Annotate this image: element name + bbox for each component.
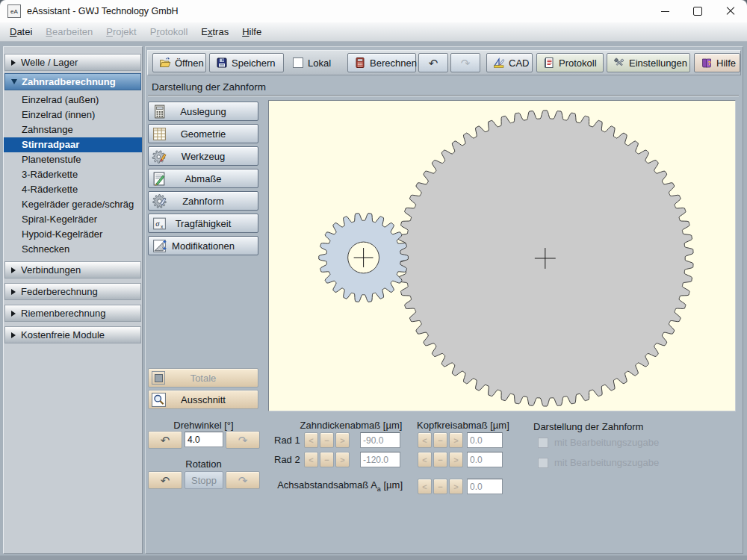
- floppy-disk-icon: [216, 57, 228, 69]
- bearbeitungszugabe1-label: mit Bearbeitungszugabe: [554, 437, 659, 448]
- tragfaehigkeit-button[interactable]: σx Tragfähigkeit: [148, 214, 258, 233]
- rad2-stepper: < − >: [304, 452, 350, 467]
- settings-button[interactable]: Einstellungen: [607, 53, 690, 72]
- minimize-button[interactable]: [648, 0, 681, 22]
- increase-button: >: [449, 432, 463, 448]
- drehwinkel-label: Drehwinkel [°]: [148, 420, 259, 431]
- increase-button: >: [449, 479, 463, 494]
- help-book-icon: ?: [701, 57, 713, 69]
- local-checkbox-group: Lokal: [293, 57, 338, 69]
- maximize-button[interactable]: [681, 0, 714, 22]
- ausschnitt-button[interactable]: Ausschnitt: [148, 390, 258, 409]
- zero-button: −: [320, 432, 334, 448]
- open-button[interactable]: Öffnen: [152, 53, 206, 72]
- modifikationen-button[interactable]: Modifikationen: [148, 236, 258, 255]
- decrease-button: <: [418, 479, 432, 494]
- save-button[interactable]: Speichern: [209, 53, 284, 72]
- increase-button: >: [335, 432, 350, 448]
- local-checkbox[interactable]: [293, 57, 303, 68]
- rotation-ccw-button[interactable]: ↶: [148, 471, 182, 489]
- menu-protokoll: Protokoll: [143, 24, 195, 40]
- abmasse-button-label: Abmaße: [149, 169, 258, 187]
- sidebar-item-hypoid-kegelraeder[interactable]: Hypoid-Kegelräder: [4, 227, 142, 242]
- cad-ruler-pen-icon: [493, 57, 505, 69]
- window-controls: [648, 0, 747, 22]
- main-panel: Öffnen Speichern Lokal Berechn: [145, 46, 743, 554]
- redo-icon: ↷: [461, 57, 471, 69]
- stop-button-label: Stopp: [191, 475, 217, 486]
- cad-button[interactable]: CAD: [486, 53, 533, 72]
- kopfkreis-header: Kopfkreisabmaß [µm]: [417, 420, 509, 431]
- decrease-button: <: [418, 452, 432, 467]
- section-label: Federberechnung: [21, 286, 98, 297]
- increase-button: >: [449, 452, 463, 467]
- redo-button: ↷: [450, 53, 480, 72]
- drehwinkel-input[interactable]: [185, 432, 223, 447]
- sidebar-section-riemenberechnung[interactable]: Riemenberechnung: [4, 305, 141, 322]
- sidebar-item-schnecken[interactable]: Schnecken: [4, 242, 142, 257]
- auslegung-button[interactable]: Auslegung: [148, 102, 258, 121]
- rad2-zahndicke-input[interactable]: [360, 452, 400, 467]
- kopfkreis1-stepper: < − >: [418, 432, 463, 448]
- toolbar: Öffnen Speichern Lokal Berechn: [147, 50, 741, 75]
- help-button[interactable]: ? Hilfe: [694, 53, 740, 72]
- rotation-stop-button: Stopp: [185, 471, 223, 489]
- sidebar-section-welle-lager[interactable]: Welle / Lager: [4, 54, 141, 71]
- totale-button: Totale: [148, 368, 258, 388]
- bearbeitungszugabe2-checkbox: [538, 458, 548, 468]
- collapsed-arrow-icon: [11, 60, 16, 66]
- rotate-ccw-step-button[interactable]: ↶: [148, 431, 182, 449]
- sidebar-item-planetenstufe[interactable]: Planetenstufe: [4, 152, 142, 167]
- sidebar-section-verbindungen[interactable]: Verbindungen: [4, 261, 141, 279]
- collapsed-arrow-icon: [11, 289, 16, 295]
- expanded-arrow-icon: [11, 79, 17, 84]
- protocol-button-label: Protokoll: [559, 57, 597, 69]
- sidebar-section-zahnradberechnung[interactable]: Zahnradberechnung: [4, 73, 141, 90]
- sidebar-section-federberechnung[interactable]: Federberechnung: [4, 283, 141, 300]
- sidebar-item-3-raederkette[interactable]: 3-Räderkette: [4, 167, 142, 182]
- rad2-label: Rad 2: [274, 454, 300, 465]
- section-label: Welle / Lager: [21, 57, 78, 68]
- kopfkreis2-input[interactable]: [467, 452, 503, 467]
- menu-bearbeiten: Bearbeiten: [39, 24, 99, 40]
- protocol-button[interactable]: Protokoll: [536, 53, 604, 72]
- sidebar-item-kegelraeder[interactable]: Kegelräder gerade/schräg: [4, 197, 142, 212]
- sidebar-item-spiral-kegelraeder[interactable]: Spiral-Kegelräder: [4, 212, 142, 227]
- bearbeitungszugabe2-label: mit Bearbeitungszugabe: [554, 457, 659, 468]
- rotation-label: Rotation: [148, 458, 259, 470]
- window-bottom-edge: [0, 556, 747, 560]
- totale-button-label: Totale: [149, 369, 258, 387]
- sidebar-item-zahnstange[interactable]: Zahnstange: [4, 122, 142, 137]
- zero-button: −: [320, 452, 334, 467]
- menu-datei[interactable]: Datei: [3, 24, 39, 40]
- geometrie-button[interactable]: Geometrie: [148, 124, 258, 143]
- zahnform-button[interactable]: Zahnform: [148, 191, 258, 211]
- close-button[interactable]: [714, 0, 747, 22]
- svg-text:?: ?: [707, 60, 710, 66]
- werkzeug-button[interactable]: Werkzeug: [148, 146, 258, 166]
- rotate-cw-step-button[interactable]: ↷: [226, 431, 260, 449]
- auslegung-button-label: Auslegung: [149, 102, 258, 120]
- app-window: eA eAssistant - GWJ Technology GmbH Date…: [0, 0, 747, 560]
- open-button-label: Öffnen: [175, 57, 204, 69]
- achsabstand-input[interactable]: [467, 479, 503, 494]
- menu-hilfe[interactable]: Hilfe: [235, 24, 268, 40]
- kopfkreis1-input[interactable]: [467, 432, 503, 448]
- sidebar-section-kostenfreie-module[interactable]: Kostenfreie Module: [4, 326, 141, 343]
- rotation-cw-button[interactable]: ↷: [226, 471, 260, 489]
- sidebar-item-stirnradpaar[interactable]: Stirnradpaar: [4, 137, 142, 152]
- gear-canvas[interactable]: [268, 100, 736, 411]
- undo-button[interactable]: ↶: [418, 53, 448, 72]
- menu-extras[interactable]: Extras: [194, 24, 235, 40]
- abmasse-button[interactable]: Abmaße: [148, 169, 258, 188]
- maximize-icon: [693, 7, 702, 16]
- decrease-button: <: [418, 432, 432, 448]
- window-title: eAssistant - GWJ Technology GmbH: [27, 6, 179, 16]
- calculate-button[interactable]: Berechnen: [347, 53, 416, 72]
- cw-arrow-icon: ↷: [238, 435, 248, 446]
- kopfkreis2-stepper: < − >: [418, 452, 463, 467]
- sidebar-item-4-raederkette[interactable]: 4-Räderkette: [4, 182, 142, 197]
- sidebar-item-einzelrad-innen[interactable]: Einzelrad (innen): [4, 108, 142, 122]
- rad1-zahndicke-input[interactable]: [360, 432, 400, 448]
- sidebar-item-einzelrad-aussen[interactable]: Einzelrad (außen): [4, 93, 142, 108]
